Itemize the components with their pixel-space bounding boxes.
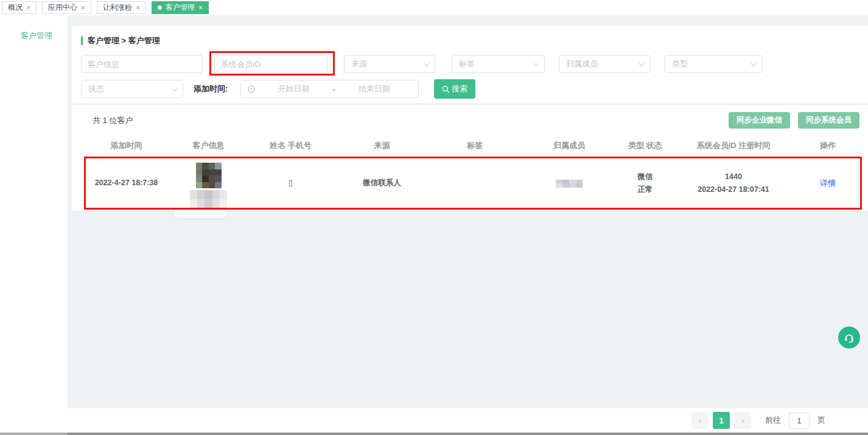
search-button-label: 搜索 (452, 83, 467, 94)
redacted-customer-name (190, 190, 228, 208)
cell-owner (523, 180, 615, 188)
clock-icon (247, 85, 256, 93)
date-separator: - (331, 85, 336, 94)
redacted-name-popover (173, 209, 228, 218)
chevron-down-icon (639, 60, 645, 66)
col-header-name-phone: 姓名 手机号 (243, 140, 338, 151)
sidebar-item-customer-management[interactable]: 客户管理 (0, 15, 68, 41)
pagination-page-1-button[interactable]: 1 (713, 412, 730, 429)
tab-app-center[interactable]: 应用中心 × (42, 1, 91, 14)
jump-to-page-input[interactable] (789, 412, 810, 429)
table-header-row: 添加时间 客户信息 姓名 手机号 来源 标签 归属成员 类型 状态 系统会员ID… (79, 137, 864, 154)
chevron-left-icon: ‹ (699, 416, 702, 425)
tab-bar: 概况 × 应用中心 × 让利涨粉 × 客户管理 × (0, 0, 868, 15)
date-range-picker[interactable]: 开始日期 - 结束日期 (240, 80, 419, 98)
owner-select-placeholder: 归属成员 (566, 58, 598, 69)
pagination-next-button[interactable]: › (734, 412, 751, 429)
chevron-down-icon (533, 60, 539, 66)
col-header-source: 来源 (338, 140, 426, 151)
sync-actions: 同步企业微信 同步系统会员 (729, 112, 859, 129)
type-select[interactable]: 类型 (665, 55, 762, 73)
customer-table-panel: 共 1 位客户 同步企业微信 同步系统会员 添加时间 客户信息 姓名 手机号 来… (72, 105, 868, 211)
register-time-value: 2022-04-27 18:07:41 (676, 183, 791, 196)
member-id-value: 1440 (676, 171, 791, 183)
active-tab-dot-icon (158, 5, 162, 10)
owner-select[interactable]: 归属成员 (559, 55, 650, 73)
tag-select-placeholder: 标签 (459, 58, 475, 69)
col-header-add-time: 添加时间 (79, 140, 173, 151)
total-count-text: 共 1 位客户 (93, 115, 133, 126)
pagination-prev-button[interactable]: ‹ (691, 412, 709, 429)
headset-icon (843, 331, 855, 344)
cell-customer-info (173, 157, 243, 210)
member-id-input[interactable] (214, 55, 327, 73)
status-select[interactable]: 状态 (81, 80, 183, 98)
cell-name-phone: ▯ (243, 177, 338, 189)
breadcrumb-accent-bar (81, 37, 83, 45)
status-value: 正常 (615, 183, 676, 196)
col-header-member-id-reg-time: 系统会员ID 注册时间 (676, 140, 791, 151)
bottom-border-strip-left (0, 433, 68, 435)
add-time-label: 添加时间: (194, 80, 228, 98)
cell-source: 微信联系人 (338, 177, 426, 189)
type-select-placeholder: 类型 (672, 58, 688, 69)
sidebar: 客户管理 (0, 15, 68, 433)
detail-link[interactable]: 详情 (820, 179, 836, 188)
redacted-owner-name (556, 180, 583, 188)
breadcrumb-text: 客户管理 > 客户管理 (88, 35, 160, 46)
col-header-owner: 归属成员 (523, 140, 615, 151)
close-icon[interactable]: × (81, 4, 85, 12)
app-window: 概况 × 应用中心 × 让利涨粉 × 客户管理 × 客户管理 客户管理 > 客户… (0, 0, 868, 435)
filter-panel: 客户管理 > 客户管理 来源 标签 归属成员 类型 状态 添加时间: (72, 26, 868, 103)
type-value: 微信 (615, 171, 676, 183)
col-header-customer-info: 客户信息 (173, 140, 243, 151)
tab-label: 概况 (8, 2, 23, 13)
pagination-bar: ‹ 1 › 前往 页 (68, 408, 868, 433)
support-fab-button[interactable] (838, 327, 860, 348)
status-select-placeholder: 状态 (88, 83, 104, 94)
start-date-placeholder[interactable]: 开始日期 (256, 83, 331, 94)
chevron-down-icon (751, 60, 757, 66)
tab-label: 让利涨粉 (103, 2, 132, 13)
tag-select[interactable]: 标签 (452, 55, 545, 73)
source-select-placeholder: 来源 (351, 58, 367, 69)
chevron-down-icon (172, 85, 178, 91)
chevron-down-icon (424, 60, 430, 66)
redacted-avatar-image (196, 163, 222, 188)
jump-to-page-label: 前往 (765, 415, 781, 426)
close-icon[interactable]: × (136, 4, 140, 12)
tab-fan-growth[interactable]: 让利涨粉 × (97, 1, 146, 14)
col-header-tag: 标签 (426, 140, 523, 151)
tab-overview[interactable]: 概况 × (2, 1, 37, 14)
customer-info-input[interactable] (81, 55, 203, 73)
chevron-right-icon: › (741, 416, 744, 425)
tab-label: 应用中心 (48, 2, 77, 13)
tab-customer-management[interactable]: 客户管理 × (152, 1, 209, 14)
sync-member-button[interactable]: 同步系统会员 (798, 112, 859, 129)
end-date-placeholder[interactable]: 结束日期 (337, 83, 412, 94)
tab-label: 客户管理 (166, 2, 195, 13)
bottom-border-strip (0, 433, 868, 435)
search-icon (442, 85, 450, 93)
jump-page-suffix: 页 (817, 415, 825, 426)
close-icon[interactable]: × (26, 4, 30, 12)
sync-wecom-button[interactable]: 同步企业微信 (729, 112, 790, 129)
cell-add-time: 2022-4-27 18:7:38 (79, 177, 173, 189)
cell-type-status: 微信 正常 (615, 171, 676, 197)
search-button[interactable]: 搜索 (434, 79, 475, 99)
source-select[interactable]: 来源 (344, 55, 435, 73)
cell-actions: 详情 (791, 177, 864, 190)
breadcrumb: 客户管理 > 客户管理 (81, 35, 160, 46)
col-header-type-status: 类型 状态 (615, 140, 676, 151)
table-row: 2022-4-27 18:7:38 ▯ 微信联系人 微信 正常 1440 202… (79, 157, 864, 210)
cell-member-id-reg-time: 1440 2022-04-27 18:07:41 (676, 171, 791, 197)
close-icon[interactable]: × (198, 4, 203, 12)
col-header-actions: 操作 (791, 140, 864, 151)
